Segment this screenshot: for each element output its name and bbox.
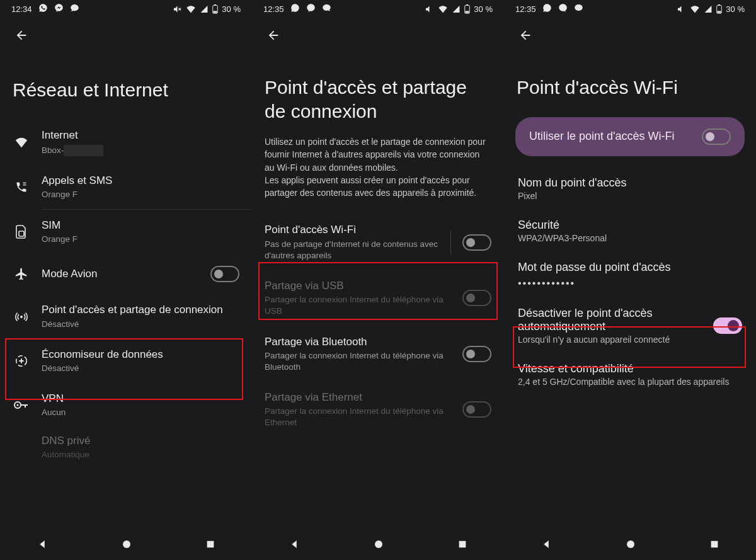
wifi-icon — [690, 5, 700, 13]
setting-title: Point d'accès Wi-Fi — [265, 223, 439, 237]
setting-airplane-mode[interactable]: Mode Avion — [0, 254, 252, 294]
messenger-icon — [558, 3, 568, 14]
setting-title: Partage via Ethernet — [265, 391, 451, 404]
setting-security[interactable]: Sécurité WPA2/WPA3-Personal — [504, 210, 756, 252]
auto-disable-toggle[interactable] — [713, 317, 742, 334]
navigation-bar — [252, 531, 504, 560]
chat-icon — [322, 3, 331, 14]
setting-hotspot-name[interactable]: Nom du point d'accès Pixel — [504, 168, 756, 210]
screen-network-internet: 12:34 30 % Réseau et Internet Internet B… — [0, 0, 252, 560]
nav-back-button[interactable] — [37, 539, 48, 552]
chat-icon — [70, 3, 79, 14]
navigation-bar — [0, 531, 252, 560]
battery-icon — [464, 4, 470, 14]
wifi-hotspot-toggle[interactable] — [462, 234, 491, 251]
setting-title: DNS privé — [42, 434, 239, 448]
status-time: 12:34 — [11, 4, 32, 14]
setting-sub: Partager la connexion Internet du téléph… — [265, 406, 451, 428]
screen-hotspot-tethering: 12:35 30 % Point d'accès et partage de c… — [252, 0, 504, 560]
phone-icon — [13, 181, 30, 193]
page-title: Point d'accès et partage de connexion — [252, 53, 504, 135]
svg-rect-1 — [214, 4, 216, 6]
setting-hotspot-password[interactable]: Mot de passe du point d'accès ••••••••••… — [504, 252, 756, 298]
back-button[interactable] — [261, 23, 286, 48]
setting-title: Sécurité — [518, 219, 742, 232]
setting-sub: WPA2/WPA3-Personal — [518, 233, 742, 243]
svg-rect-3 — [19, 231, 24, 236]
setting-title: Point d'accès et partage de connexion — [42, 303, 239, 317]
sim-icon — [13, 225, 30, 239]
setting-hotspot-tethering[interactable]: Point d'accès et partage de connexion Dé… — [0, 294, 252, 338]
setting-sub: Partager la connexion Internet du téléph… — [265, 350, 451, 373]
nav-recent-button[interactable] — [457, 539, 467, 552]
signal-icon — [200, 5, 209, 13]
setting-sub: Automatique — [42, 449, 239, 460]
setting-data-saver[interactable]: Économiseur de données Désactivé — [0, 339, 252, 383]
setting-calls-sms[interactable]: Appels et SMS Orange F — [0, 165, 252, 209]
status-bar: 12:35 30 % — [252, 0, 504, 18]
vpn-key-icon — [13, 401, 30, 409]
back-button[interactable] — [513, 23, 538, 48]
setting-sub: Lorsqu'il n'y a aucun appareil connecté — [518, 334, 704, 345]
setting-title: SIM — [42, 219, 239, 232]
setting-title: Internet — [42, 129, 239, 142]
mute-icon — [425, 4, 434, 14]
password-dots: •••••••••••• — [518, 278, 742, 289]
nav-home-button[interactable] — [121, 539, 132, 552]
nav-home-button[interactable] — [373, 539, 384, 552]
nav-home-button[interactable] — [625, 539, 636, 552]
setting-sub: Aucun — [42, 407, 239, 418]
back-button[interactable] — [9, 23, 34, 48]
svg-point-4 — [20, 316, 23, 318]
use-hotspot-card[interactable]: Utiliser le point d'accès Wi-Fi — [515, 117, 745, 156]
setting-sub: 2,4 et 5 GHz/Compatible avec la plupart … — [518, 377, 742, 387]
setting-vpn[interactable]: VPN Aucun — [0, 383, 252, 427]
setting-sim[interactable]: SIM Orange F — [0, 210, 252, 254]
messenger-icon — [306, 3, 316, 14]
setting-title: Mode Avion — [42, 267, 199, 281]
svg-rect-11 — [466, 4, 468, 6]
nav-recent-button[interactable] — [709, 539, 719, 552]
setting-title: Appels et SMS — [42, 174, 239, 188]
svg-rect-17 — [718, 11, 721, 13]
nav-back-button[interactable] — [541, 539, 552, 552]
setting-title: Nom du point d'accès — [518, 176, 742, 190]
hotspot-icon — [13, 310, 30, 324]
mute-icon — [173, 4, 182, 14]
setting-bluetooth-tethering[interactable]: Partage via Bluetooth Partager la connex… — [252, 326, 504, 382]
nav-back-button[interactable] — [289, 539, 300, 552]
battery-icon — [716, 4, 722, 14]
setting-title: Vitesse et compatibilité — [518, 362, 742, 375]
setting-sub: Pas de partage d'Internet ni de contenus… — [265, 239, 439, 261]
nav-recent-button[interactable] — [205, 539, 215, 552]
use-hotspot-toggle[interactable] — [702, 129, 731, 145]
setting-sub: Orange F — [42, 234, 239, 245]
wifi-icon — [186, 5, 196, 13]
battery-percent: 30 % — [474, 4, 493, 14]
setting-wifi-hotspot[interactable]: Point d'accès Wi-Fi Pas de partage d'Int… — [252, 214, 504, 270]
setting-sub: Bbox-XXXXXXX — [42, 144, 239, 156]
setting-private-dns[interactable]: DNS privé Automatique — [0, 427, 252, 467]
bluetooth-tethering-toggle[interactable] — [462, 346, 491, 362]
svg-point-18 — [627, 540, 634, 548]
setting-title: Mot de passe du point d'accès — [518, 261, 742, 274]
divider — [450, 231, 451, 254]
signal-icon — [452, 5, 461, 13]
page-title: Réseau et Internet — [0, 53, 252, 120]
signal-icon — [704, 5, 713, 13]
setting-sub: Désactivé — [42, 319, 239, 330]
svg-rect-9 — [207, 541, 214, 548]
svg-point-8 — [123, 540, 130, 548]
setting-internet[interactable]: Internet Bbox-XXXXXXX — [0, 120, 252, 165]
airplane-toggle[interactable] — [210, 266, 239, 282]
battery-percent: 30 % — [222, 4, 241, 14]
status-bar: 12:34 30 % — [0, 0, 252, 18]
setting-sub: Pixel — [518, 191, 742, 201]
svg-point-13 — [375, 540, 382, 548]
setting-title: Économiseur de données — [42, 348, 239, 362]
setting-speed-compat[interactable]: Vitesse et compatibilité 2,4 et 5 GHz/Co… — [504, 353, 756, 396]
mute-icon — [677, 4, 686, 14]
battery-percent: 30 % — [726, 4, 745, 14]
setting-title: VPN — [42, 392, 239, 406]
setting-auto-disable[interactable]: Désactiver le point d'accès automatiquem… — [504, 298, 756, 353]
